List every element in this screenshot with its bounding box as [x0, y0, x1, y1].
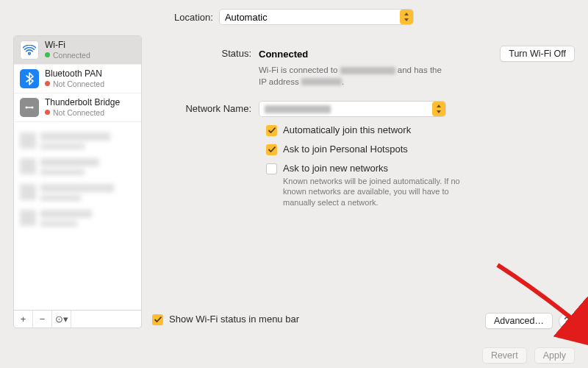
turn-wifi-off-button[interactable]: Turn Wi-Fi Off [500, 46, 575, 62]
service-name: Thunderbolt Bridge [45, 98, 120, 108]
advanced-button[interactable]: Advanced… [485, 313, 553, 329]
status-value: Connected [259, 49, 308, 60]
service-name: Bluetooth PAN [45, 69, 104, 79]
checkmark-icon [152, 314, 163, 325]
location-value: Automatic [225, 12, 268, 23]
services-sidebar: Wi-Fi Connected Bluetooth PAN Not Connec… [13, 35, 142, 328]
add-service-button[interactable]: + [14, 311, 33, 328]
updown-icon [400, 10, 413, 24]
status-dot-icon [45, 81, 50, 86]
checkmark-icon [266, 125, 277, 136]
bluetooth-icon [20, 69, 39, 88]
network-prefs-window: Location: Automatic Wi-Fi Connected [0, 0, 588, 368]
thunderbolt-icon [20, 98, 39, 117]
service-bluetooth[interactable]: Bluetooth PAN Not Connected [14, 65, 141, 93]
services-list: Wi-Fi Connected Bluetooth PAN Not Connec… [14, 36, 141, 310]
show-status-checkbox[interactable]: Show Wi-Fi status in menu bar [152, 314, 299, 325]
location-label: Location: [174, 12, 213, 23]
service-menu-button[interactable]: ⊙▾ [52, 311, 71, 328]
help-button[interactable]: ? [559, 313, 575, 329]
detail-panel: Status: Connected Turn Wi-Fi Off Wi-Fi i… [152, 35, 575, 328]
redacted-services [14, 122, 141, 227]
ask-new-help: Known networks will be joined automatica… [283, 176, 470, 208]
location-row: Location: Automatic [0, 0, 588, 35]
checkmark-icon [266, 144, 277, 155]
network-name-select[interactable] [259, 101, 446, 117]
auto-join-checkbox[interactable]: Automatically join this network [266, 124, 575, 136]
ask-hotspot-checkbox[interactable]: Ask to join Personal Hotspots [266, 144, 575, 155]
wifi-icon [20, 40, 39, 60]
sidebar-toolbar: + − ⊙▾ [14, 310, 141, 328]
status-description: Wi-Fi is connected to and has the IP add… [259, 65, 450, 88]
service-wifi[interactable]: Wi-Fi Connected [14, 36, 141, 65]
location-select[interactable]: Automatic [219, 9, 414, 25]
service-thunderbolt[interactable]: Thunderbolt Bridge Not Connected [14, 93, 141, 122]
status-dot-icon [45, 52, 50, 57]
checkbox-empty-icon [266, 163, 277, 174]
bottom-row: Show Wi-Fi status in menu bar Advanced… … [152, 309, 575, 333]
network-name-label: Network Name: [152, 101, 259, 114]
updown-icon [432, 102, 445, 116]
service-name: Wi-Fi [45, 40, 90, 51]
status-label: Status: [152, 46, 259, 59]
remove-service-button[interactable]: − [33, 311, 52, 328]
status-dot-icon [45, 110, 50, 115]
apply-button[interactable]: Apply [534, 347, 575, 364]
network-name-value [265, 105, 331, 113]
ask-new-checkbox[interactable]: Ask to join new networks [266, 163, 575, 174]
revert-button[interactable]: Revert [482, 347, 527, 364]
footer-actions: Revert Apply [482, 347, 575, 364]
